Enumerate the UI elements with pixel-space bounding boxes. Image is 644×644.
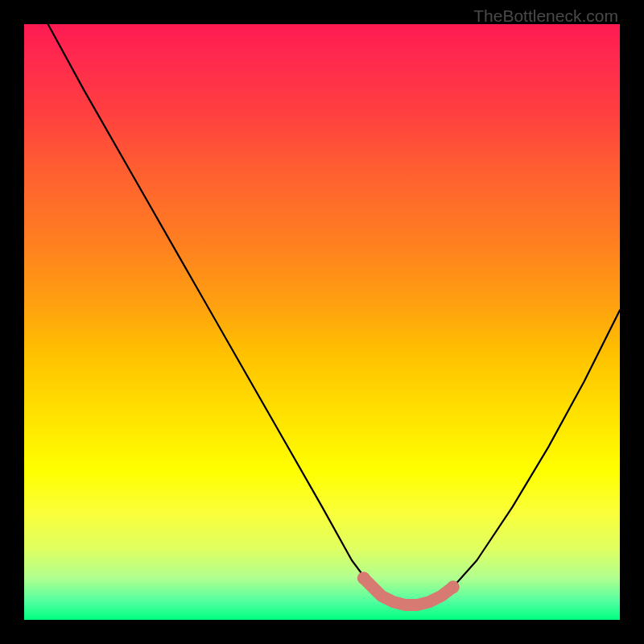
highlight-endpoint-1 <box>447 580 460 593</box>
bottleneck-curve <box>48 24 620 605</box>
chart-container: TheBottleneck.com <box>0 0 644 644</box>
watermark-text: TheBottleneck.com <box>473 6 618 26</box>
highlight-band <box>364 578 453 605</box>
curve-layer <box>24 24 620 620</box>
highlight-endpoint-0 <box>357 572 370 584</box>
plot-area <box>24 24 620 620</box>
